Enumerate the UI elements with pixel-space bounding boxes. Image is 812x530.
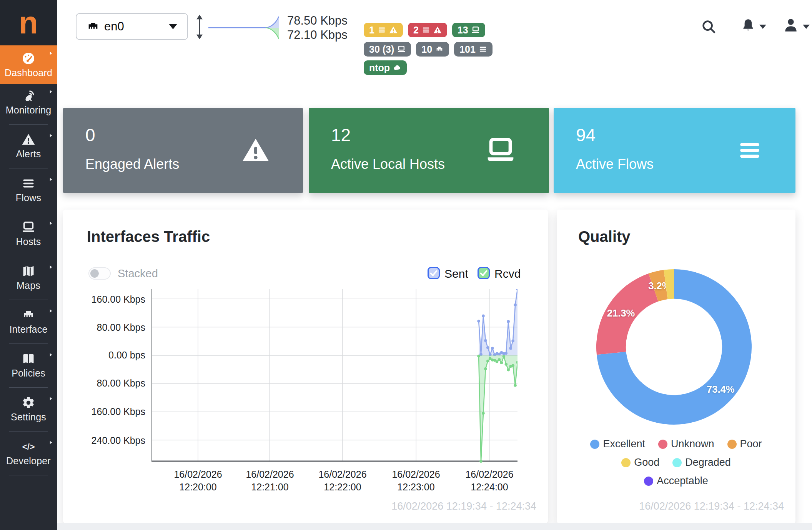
map-icon [22,264,35,278]
panel-title: Interfaces Traffic [87,228,210,245]
sidebar-item-label: Dashboard [5,67,52,78]
ntop-logo[interactable]: n [0,0,57,45]
list-icon [422,26,430,34]
sidebar-item-hosts[interactable]: Hosts [0,215,57,251]
chevron-right-icon [48,89,53,94]
badge-value: 101 [459,44,476,55]
sent-checkbox[interactable] [428,267,440,279]
list-icon [22,177,35,190]
badge-value: 13 [458,25,468,36]
chevron-right-icon [48,440,53,445]
interfaces-traffic-panel: Interfaces Traffic Stacked Sent Rcvd 160… [63,210,548,523]
chevron-right-icon [48,396,53,401]
card-label: Engaged Alerts [85,156,303,172]
y-axis-tick: 160.00 Kbps [67,294,145,305]
sidebar: n Dashboard Monitoring Alerts Flows [0,0,57,530]
list-icon [479,45,487,53]
sidebar-item-label: Hosts [16,236,41,247]
flows-count-badge[interactable]: 101 [454,42,493,57]
list-icon [378,26,386,34]
legend-item-unknown[interactable]: Unknown [658,438,714,450]
sidebar-item-settings[interactable]: Settings [0,391,57,427]
active-hosts-badge[interactable]: 13 [452,23,485,37]
chevron-right-icon [48,265,53,270]
legend-item-degraded[interactable]: Degraded [672,457,731,468]
sidebar-divider [9,431,48,432]
laptop-icon [471,26,480,34]
page-bottom-strip [57,523,812,530]
interface-selector[interactable]: en0 [76,13,188,40]
sidebar-divider [9,212,48,212]
time-range-label: 16/02/2026 12:19:34 - 12:24:34 [639,500,784,512]
legend-dot [644,477,653,486]
sidebar-item-interface[interactable]: Interface [0,303,57,339]
sidebar-item-alerts[interactable]: Alerts [0,128,57,163]
sidebar-item-label: Interface [9,324,47,335]
sidebar-item-developer[interactable]: Developer [0,435,57,470]
sidebar-item-flows[interactable]: Flows [0,172,57,207]
ntop-cloud-badge[interactable]: ntop [364,60,407,75]
stacked-toggle-label: Stacked [118,267,158,280]
time-range-label: 16/02/2026 12:19:34 - 12:24:34 [391,500,536,512]
satellite-icon [22,89,35,103]
rcvd-checkbox[interactable] [478,267,490,279]
laptop-icon [22,220,35,234]
active-local-hosts-card[interactable]: 12 Active Local Hosts [309,108,549,193]
sidebar-divider [9,168,48,168]
sidebar-item-maps[interactable]: Maps [0,259,57,295]
badge-row-3: ntop [364,60,407,75]
user-icon[interactable] [783,17,799,33]
gauge-icon [22,52,35,65]
chevron-right-icon [48,352,53,357]
sidebar-item-label: Monitoring [6,105,52,116]
bell-icon[interactable] [740,18,756,33]
ethernet-icon [435,45,444,53]
legend-item-good[interactable]: Good [621,457,659,468]
dashboard-page: n Dashboard Monitoring Alerts Flows [0,0,812,530]
devices-count-badge[interactable]: 10 [416,42,449,57]
rcvd-checkbox-label: Rcvd [494,267,521,280]
quality-donut-svg[interactable]: 73.4%21.3%3.2% [594,267,754,427]
stacked-toggle[interactable] [88,267,111,280]
error-alerts-badge[interactable]: 2 [408,23,447,37]
card-value: 0 [85,125,303,145]
traffic-chart-svg[interactable] [151,289,517,465]
badge-value: ntop [369,62,390,73]
quality-panel: Quality 73.4%21.3%3.2% Excellent Unknown… [557,210,795,523]
engaged-alerts-badge[interactable]: 1 [364,23,403,37]
chevron-right-icon [48,51,53,56]
user-chevron-down-icon[interactable] [803,25,810,29]
sidebar-item-label: Alerts [16,148,41,160]
throughput-sparkline [208,15,284,41]
ethernet-icon [22,308,35,322]
y-axis-tick: 80.00 Kbps [67,322,145,333]
search-icon[interactable] [701,19,716,34]
chevron-right-icon [48,177,53,182]
sidebar-item-label: Maps [17,280,40,291]
legend-item-poor[interactable]: Poor [727,438,762,450]
svg-text:21.3%: 21.3% [607,308,635,318]
warning-icon [433,26,442,34]
legend-dot [727,440,737,449]
throughput-sent: 78.50 Kbps [287,14,348,28]
ntop-logo-letter: n [19,7,38,38]
active-flows-card[interactable]: 94 Active Flows [554,108,795,193]
sidebar-item-dashboard[interactable]: Dashboard [0,45,57,84]
laptop-icon [485,135,516,166]
engaged-alerts-card[interactable]: 0 Engaged Alerts [63,108,303,193]
legend-dot [621,458,631,467]
throughput-received: 72.10 Kbps [287,28,348,42]
bell-chevron-down-icon[interactable] [759,25,766,29]
chevron-right-icon [48,308,53,313]
legend-item-acceptable[interactable]: Acceptable [644,475,708,487]
sidebar-item-policies[interactable]: Policies [0,347,57,383]
y-axis-tick: 80.00 Kbps [67,378,145,389]
gear-icon [22,396,35,410]
x-axis-tick: 16/02/202612:24:00 [443,468,536,493]
sidebar-item-label: Policies [12,368,45,379]
chevron-right-icon [48,221,53,226]
sidebar-item-monitoring[interactable]: Monitoring [0,84,57,120]
hosts-count-badge[interactable]: 30 (3) [364,42,411,57]
legend-item-excellent[interactable]: Excellent [590,438,645,450]
warning-icon [22,133,35,147]
